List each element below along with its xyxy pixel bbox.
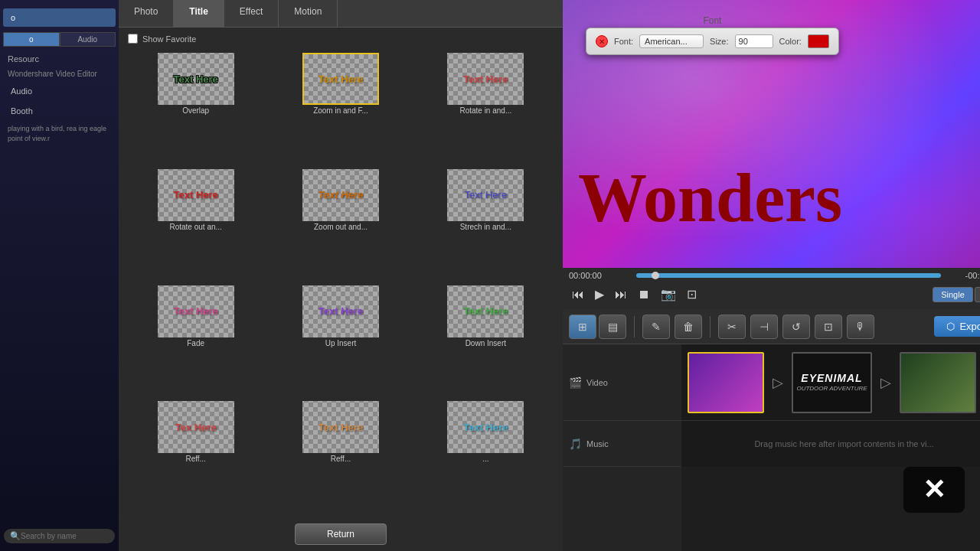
rotate-button[interactable]: ↺ (782, 315, 810, 339)
clip-3[interactable] (900, 352, 976, 413)
dialog-close-button[interactable]: ✕ (596, 35, 608, 47)
effect-thumbnail-0: Text Here (158, 53, 234, 105)
effect-item-4[interactable]: Text HereZoom out and... (270, 169, 411, 282)
audio-icon: 🎙 (855, 321, 866, 333)
tab-title[interactable]: Title (174, 0, 224, 27)
effect-text-0: Text Here (174, 73, 218, 85)
tab-photo[interactable]: Photo (119, 0, 174, 27)
effect-thumbnail-3: Text Here (158, 169, 234, 221)
size-input[interactable] (735, 34, 773, 48)
transition-arrow-2[interactable]: ▷ (875, 372, 897, 393)
split-icon: ⊣ (760, 321, 769, 333)
sidebar-resources-label: Resourc (0, 51, 119, 67)
all-button[interactable]: All (975, 287, 980, 302)
rotate-icon: ↺ (792, 321, 801, 333)
font-label: Font: (614, 37, 633, 46)
effect-text-10: Text Here (318, 422, 363, 433)
effect-item-5[interactable]: Text HereStrech in and... (415, 169, 557, 282)
sidebar-search[interactable]: 🔍 (4, 529, 115, 543)
effect-thumbnail-8: Text Here (447, 285, 524, 337)
cut-button[interactable]: ✂ (718, 315, 746, 339)
effect-item-0[interactable]: Text HereOverlap (125, 53, 266, 166)
effect-item-8[interactable]: Text HereDown Insert (415, 285, 557, 399)
sidebar-item-0[interactable]: o (3, 8, 116, 27)
show-favorite-checkbox[interactable] (128, 34, 138, 44)
effect-item-1[interactable]: Text HereZoom in and F... (270, 53, 411, 166)
storyboard-view-button[interactable]: ⊞ (569, 315, 596, 339)
edit-button[interactable]: ✎ (642, 315, 670, 339)
title-tabs: Photo Title Effect Motion (119, 0, 563, 28)
tab-motion[interactable]: Motion (279, 0, 338, 27)
sidebar-item-2[interactable]: Booth (3, 102, 116, 120)
left-sidebar: o o Audio Resourc Wondershare Video Edit… (0, 0, 119, 551)
timeline-row: 00:00:00 -00:00:05 (569, 271, 980, 280)
sidebar-item-1[interactable]: Audio (3, 82, 116, 100)
sidebar-tab-audio[interactable]: Audio (60, 32, 116, 47)
export-label: Export (959, 321, 980, 332)
effect-thumbnail-2: Text Here (447, 53, 524, 105)
timeline-thumb[interactable] (652, 272, 659, 279)
effect-thumbnail-9: Tex Here (158, 401, 234, 453)
effect-thumbnail-6: Text Here (158, 285, 234, 337)
clip-1-thumbnail (689, 354, 763, 412)
fullscreen-button[interactable]: ⊡ (684, 285, 700, 303)
skip-forward-button[interactable]: ⏭ (612, 286, 630, 303)
effect-item-9[interactable]: Tex HereReff... (125, 401, 266, 514)
search-input[interactable] (21, 532, 109, 540)
toolbar-separator-2 (710, 316, 710, 337)
clip-2[interactable]: EYENIMAL OUTDOOR ADVENTURE (792, 352, 872, 413)
tracks-area: ▷ EYENIMAL OUTDOOR ADVENTURE ▷ (681, 344, 980, 551)
effect-label-2: Rotate in and... (459, 106, 511, 115)
effect-thumbnail-7: Text Here (302, 285, 379, 337)
audio-button[interactable]: 🎙 (847, 315, 874, 339)
transition-arrow-1[interactable]: ▷ (767, 372, 789, 393)
track-labels: 🎬 Video 🎵 Music (563, 344, 681, 551)
effect-item-10[interactable]: Text HereReff... (270, 401, 411, 514)
playback-bar: 00:00:00 -00:00:05 ⏮ ▶ ⏭ ⏹ 📷 ⊡ Single Al… (563, 268, 980, 309)
sidebar-tab-0[interactable]: o (3, 32, 60, 47)
timeline-track[interactable] (636, 273, 941, 278)
return-button[interactable]: Return (295, 523, 387, 545)
sidebar-app-title: Wondershare Video Editor (0, 67, 119, 81)
font-dialog-wrapper: Font ✕ Font: American... Size: Color: (586, 15, 839, 55)
effect-text-1: Text Here (318, 73, 363, 85)
export-icon: ⬡ (946, 321, 955, 332)
effect-label-10: Reff... (331, 455, 351, 463)
crop-button[interactable]: ⊡ (815, 315, 842, 339)
split-button[interactable]: ⊣ (750, 315, 778, 339)
clip-1[interactable] (688, 352, 764, 413)
effect-item-2[interactable]: Text HereRotate in and... (415, 53, 557, 166)
delete-overlay-button[interactable]: ✕ (903, 467, 965, 513)
effect-text-6: Text Here (174, 305, 218, 317)
view-toggle-group: ⊞ ▤ (569, 315, 626, 339)
effect-item-3[interactable]: Text HereRotate out an... (125, 169, 266, 282)
effect-text-9: Tex Here (175, 422, 217, 433)
skip-back-button[interactable]: ⏮ (569, 286, 587, 303)
font-select[interactable]: American... (639, 34, 704, 48)
music-placeholder-text: Drag music here after import contents in… (688, 439, 980, 448)
stop-button[interactable]: ⏹ (635, 286, 653, 303)
play-button[interactable]: ▶ (592, 285, 607, 303)
delete-button[interactable]: 🗑 (675, 315, 702, 339)
music-track-icon: 🎵 (569, 438, 582, 450)
eyenimal-logo: EYENIMAL OUTDOOR ADVENTURE (796, 372, 867, 392)
effect-label-1: Zoom in and F... (313, 106, 368, 115)
single-button[interactable]: Single (933, 287, 973, 302)
effect-text-2: Text Here (463, 73, 508, 85)
effect-item-7[interactable]: Text HereUp Insert (270, 285, 411, 399)
effect-label-3: Rotate out an... (169, 223, 221, 231)
snapshot-button[interactable]: 📷 (658, 285, 679, 303)
export-button[interactable]: ⬡ Export (934, 316, 980, 337)
effect-thumbnail-11: Text Here (447, 401, 524, 453)
tab-effect[interactable]: Effect (224, 0, 279, 27)
color-swatch[interactable] (808, 34, 829, 48)
preview-wonders-text: Wonders (578, 158, 980, 237)
timeline-view-button[interactable]: ▤ (599, 315, 626, 339)
effect-item-11[interactable]: Text Here... (415, 401, 557, 514)
effect-item-6[interactable]: Text HereFade (125, 285, 266, 399)
effect-label-7: Up Insert (325, 339, 357, 347)
controls-row: ⏮ ▶ ⏭ ⏹ 📷 ⊡ Single All (569, 282, 980, 306)
effect-text-7: Text Here (318, 305, 363, 317)
clip-3-thumbnail (901, 354, 975, 412)
preview-area: Wonders Font ✕ Font: American... Size: C… (563, 0, 980, 268)
